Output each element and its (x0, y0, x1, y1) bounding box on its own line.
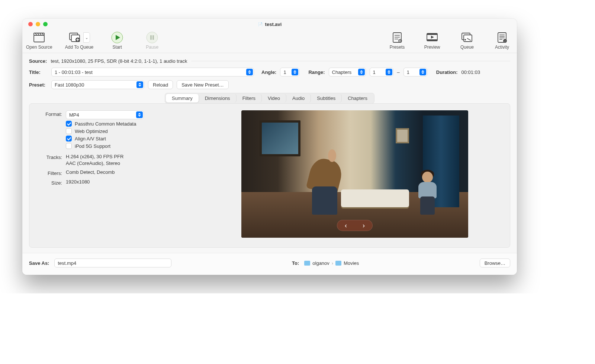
format-value: MP4 (69, 112, 79, 118)
tab-chapters[interactable]: Chapters (342, 94, 373, 103)
tab-dimensions[interactable]: Dimensions (199, 94, 237, 103)
pause-label: Pause (146, 45, 158, 50)
range-to-value: 1 (407, 69, 409, 75)
range-to-select[interactable]: 1 (403, 68, 427, 77)
save-as-input[interactable]: test.mp4 (54, 259, 171, 267)
range-mode-value: Chapters (332, 69, 352, 75)
checkbox-off-icon (66, 128, 72, 134)
title-select[interactable]: 1 - 00:01:03 - test (51, 68, 254, 77)
duration-value: 00:01:03 (461, 69, 480, 75)
preview-column: ‹ › (206, 110, 504, 238)
title-row: Title: 1 - 00:01:03 - test Angle: 1 Rang… (29, 68, 510, 77)
tab-subtitles[interactable]: Subtitles (311, 94, 342, 103)
format-select[interactable]: MP4 (66, 110, 144, 119)
ipod-5g-support-checkbox[interactable]: iPod 5G Support (66, 143, 195, 149)
add-to-queue-button[interactable]: ⌄ Add To Queue (65, 31, 94, 50)
svg-point-18 (464, 39, 466, 40)
folder-icon (335, 261, 341, 266)
preview-prev-button[interactable]: ‹ (345, 222, 347, 230)
checkbox-on-icon (66, 136, 72, 142)
add-to-queue-dropdown[interactable]: ⌄ (83, 32, 90, 43)
size-value: 1920x1080 (66, 179, 195, 185)
svg-rect-0 (34, 35, 44, 42)
start-label: Start (113, 45, 122, 50)
activity-button[interactable]: i Activity (491, 31, 513, 50)
tab-strip: Summary Dimensions Filters Video Audio S… (29, 93, 510, 104)
preset-select[interactable]: Fast 1080p30 (51, 80, 144, 89)
filters-value: Comb Detect, Decomb (66, 169, 195, 175)
preview-button[interactable]: Preview (421, 31, 443, 50)
tab-audio[interactable]: Audio (286, 94, 311, 103)
content-area: Source: test, 1920x1080, 25 FPS, SDR (8-… (22, 53, 517, 253)
checkbox-off-icon (66, 143, 72, 149)
activity-icon: i (496, 31, 508, 44)
destination-breadcrumb[interactable]: olganov › Movies (304, 260, 359, 266)
webopt-label: Web Optimized (75, 129, 108, 134)
chevron-updown-icon (246, 69, 253, 75)
preview-label: Preview (424, 45, 440, 50)
size-label: Size: (35, 179, 62, 186)
pause-button: Pause (141, 31, 163, 50)
app-window: 📄 test.avi Open Source ⌄ Add To Queue (22, 19, 517, 275)
angle-select[interactable]: 1 (280, 68, 299, 77)
close-window-button[interactable] (28, 22, 33, 26)
path-folder: Movies (344, 260, 359, 266)
to-label: To: (292, 260, 299, 266)
tracks-line-2: AAC (CoreAudio), Stereo (66, 160, 195, 167)
web-optimized-checkbox[interactable]: Web Optimized (66, 128, 195, 134)
angle-value: 1 (283, 69, 286, 75)
window-title-text: test.avi (265, 22, 282, 27)
summary-panel: Format: MP4 Passthru Common Metadata (29, 103, 510, 248)
alignav-label: Align A/V Start (75, 136, 106, 142)
reload-preset-button[interactable]: Reload (148, 80, 173, 89)
duration-label: Duration: (436, 69, 458, 75)
chevron-updown-icon (358, 69, 365, 75)
checkbox-on-icon (66, 121, 72, 127)
presets-icon (391, 31, 403, 44)
save-new-preset-button[interactable]: Save New Preset… (177, 80, 228, 89)
toolbar: Open Source ⌄ Add To Queue Start (22, 30, 517, 53)
range-from-select[interactable]: 1 (370, 68, 393, 77)
traffic-lights (28, 22, 48, 26)
passthru-metadata-checkbox[interactable]: Passthru Common Metadata (66, 121, 195, 127)
ipod-label: iPod 5G Support (75, 143, 110, 149)
chevron-updown-icon (136, 111, 143, 118)
chevron-right-icon: › (332, 260, 333, 266)
footer: Save As: test.mp4 To: olganov › Movies B… (22, 253, 517, 275)
presets-label: Presets (390, 45, 405, 50)
clapperboard-icon (33, 31, 45, 44)
video-preview[interactable]: ‹ › (241, 110, 468, 238)
range-label: Range: (308, 69, 325, 75)
preview-next-button[interactable]: › (363, 222, 365, 230)
play-icon (111, 31, 123, 44)
title-value: 1 - 00:01:03 - test (55, 69, 93, 75)
align-av-start-checkbox[interactable]: Align A/V Start (66, 136, 195, 142)
titlebar: 📄 test.avi (22, 19, 517, 30)
queue-button[interactable]: Queue (456, 31, 478, 50)
add-to-queue-icon (68, 31, 81, 44)
title-label: Title: (29, 69, 48, 75)
preset-value: Fast 1080p30 (55, 82, 84, 88)
format-label: Format: (35, 110, 62, 117)
tab-video[interactable]: Video (262, 94, 286, 103)
open-source-button[interactable]: Open Source (26, 31, 52, 50)
activity-label: Activity (495, 45, 509, 50)
browse-button[interactable]: Browse… (480, 259, 510, 267)
start-button[interactable]: Start (106, 31, 128, 50)
tab-filters[interactable]: Filters (237, 94, 262, 103)
chevron-updown-icon (136, 81, 143, 88)
open-source-label: Open Source (26, 45, 52, 50)
range-mode-select[interactable]: Chapters (329, 68, 366, 77)
tracks-label: Tracks: (35, 153, 62, 160)
queue-icon (461, 31, 473, 44)
tab-summary[interactable]: Summary (166, 94, 199, 103)
minimize-window-button[interactable] (36, 22, 40, 26)
presets-button[interactable]: Presets (386, 31, 408, 50)
passthru-label: Passthru Common Metadata (75, 121, 136, 127)
range-from-value: 1 (373, 69, 376, 75)
save-as-label: Save As: (29, 260, 49, 266)
zoom-window-button[interactable] (43, 22, 48, 26)
tabs: Summary Dimensions Filters Video Audio S… (165, 93, 374, 104)
svg-point-7 (147, 32, 158, 43)
filters-label: Filters: (35, 169, 62, 176)
